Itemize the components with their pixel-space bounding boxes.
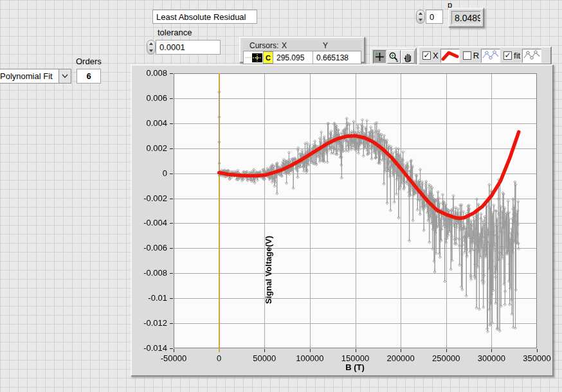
p-indicator: 8.04892: [448, 8, 484, 28]
cursor-legend-header: Cursors: X Y: [243, 40, 361, 51]
x-tick-label: 350000: [511, 353, 562, 363]
index-value: 0: [430, 12, 434, 22]
p-value: 8.04892: [455, 13, 481, 23]
cursor-x-header-label: X: [282, 41, 323, 50]
chevron-down-icon[interactable]: [59, 69, 71, 83]
legend-entry-r[interactable]: R: [463, 49, 500, 63]
orders-input[interactable]: 6: [77, 69, 101, 84]
legend-label-fit: fit: [514, 51, 520, 60]
cursor-name-badge: C: [263, 51, 273, 64]
cursor-legend-table: Cursors: X Y ⋯ C 295.095 0.665138: [243, 40, 361, 59]
tolerance-spinner[interactable]: [147, 40, 156, 55]
y-tick-label: -0.012: [127, 318, 167, 328]
graph-palette: [370, 48, 417, 66]
x-tick-label: 200000: [375, 353, 426, 363]
y-tick-label: -0.014: [127, 343, 167, 353]
y-tick-label: -0.002: [127, 193, 167, 203]
checkbox-x[interactable]: ✓: [422, 51, 431, 60]
y-tick-label: 0.004: [127, 118, 167, 128]
cursor-y-value: 0.665138: [313, 51, 361, 64]
fit-type-value: Polynomial Fit: [0, 71, 59, 81]
crosshair-icon: [374, 51, 385, 62]
index-spinner[interactable]: [416, 10, 425, 24]
cursor-row[interactable]: ⋯ C 295.095 0.665138: [243, 51, 361, 64]
labview-front-panel: Least Absolute Residual tolerance 0.0001…: [0, 0, 562, 392]
y-tick-label: 0.002: [127, 143, 167, 153]
x-tick-label: -50000: [148, 353, 199, 363]
legend-sample-x[interactable]: [440, 49, 460, 63]
cursor-tool-button[interactable]: [373, 50, 386, 64]
index-decrement-icon[interactable]: [419, 19, 422, 21]
x-tick-label: 250000: [421, 353, 472, 363]
fit-type-dropdown[interactable]: Polynomial Fit: [0, 69, 71, 84]
legend-sample-r[interactable]: [481, 49, 500, 63]
xy-graph: Signal Voltage(V) B (T) 0.0080.0060.0040…: [131, 64, 554, 377]
orders-label: Orders: [76, 57, 102, 66]
zoom-tool-button[interactable]: [387, 50, 401, 64]
tolerance-value: 0.0001: [159, 42, 185, 52]
x-tick-label: 150000: [330, 353, 381, 363]
y-tick-label: -0.008: [127, 268, 167, 278]
y-tick-label: 0.008: [127, 68, 167, 78]
pan-tool-button[interactable]: [401, 50, 415, 64]
y-tick-label: 0.006: [127, 93, 167, 103]
cursor-y-header-label: Y: [323, 41, 328, 50]
p-value-box: 8.04892: [451, 11, 481, 24]
graph-plot-canvas[interactable]: [132, 66, 552, 375]
orders-value: 6: [86, 71, 91, 81]
checkbox-fit[interactable]: ✓: [503, 51, 512, 60]
hand-icon: [403, 51, 413, 62]
fit-method-display[interactable]: Least Absolute Residual: [152, 10, 257, 24]
plot-legend: ✓ X R ✓ fit: [418, 46, 552, 65]
cursors-header-label: Cursors:: [243, 41, 282, 50]
fit-method-text: Least Absolute Residual: [156, 12, 246, 22]
tolerance-label: tolerance: [158, 28, 192, 37]
legend-label-x: X: [433, 51, 439, 60]
checkbox-r[interactable]: [463, 51, 471, 60]
cursor-row-dots: ⋯: [244, 51, 252, 64]
y-tick-label: 0: [127, 168, 167, 178]
index-input[interactable]: 0: [426, 10, 443, 24]
x-tick-label: 300000: [466, 353, 517, 363]
y-tick-label: -0.01: [127, 293, 167, 303]
x-tick-label: 0: [194, 353, 245, 363]
tolerance-increment-icon[interactable]: [149, 42, 153, 45]
legend-entry-x[interactable]: ✓ X: [422, 49, 460, 63]
y-axis-title: Signal Voltage(V): [264, 228, 274, 312]
index-increment-icon[interactable]: [419, 12, 422, 15]
cursor-x-value: 295.095: [273, 51, 313, 64]
x-tick-label: 50000: [239, 353, 290, 363]
legend-entry-fit[interactable]: ✓ fit: [503, 49, 541, 63]
y-tick-label: -0.006: [127, 243, 167, 253]
y-tick-label: -0.004: [127, 218, 167, 227]
magnifier-icon: [388, 51, 399, 62]
legend-label-r: R: [473, 51, 479, 60]
x-tick-label: 100000: [284, 353, 336, 363]
tolerance-decrement-icon[interactable]: [149, 49, 153, 52]
cursor-legend-panel: Cursors: X Y ⋯ C 295.095 0.665138: [239, 37, 365, 63]
x-axis-title: B (T): [323, 362, 387, 372]
legend-sample-fit[interactable]: [522, 49, 541, 63]
cursor-mover-icon[interactable]: [252, 51, 263, 64]
tolerance-input[interactable]: 0.0001: [156, 40, 221, 55]
